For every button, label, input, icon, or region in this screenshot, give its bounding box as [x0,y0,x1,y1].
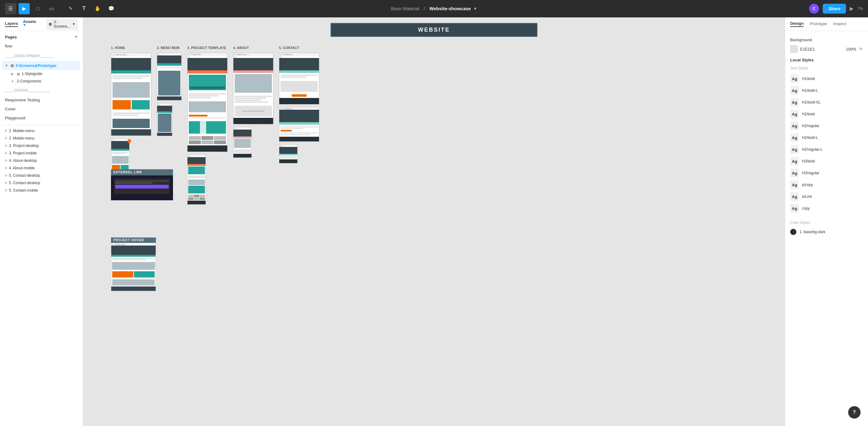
page-item-flow[interactable]: flow [2,41,80,51]
style-ag-preview: Ag [790,110,799,118]
frame-col-about: 4. ABOUT 4. About-des... 4. ... [233,45,273,205]
comment-tool[interactable]: 💬 [106,3,117,14]
frame-project-mobile[interactable]: 3. ... [187,154,206,205]
layer-label: 3. Project-mobile [9,151,37,155]
separator-text-design: _____DESIGN____________ [5,88,50,92]
page-item-playground[interactable]: Playground [2,114,80,122]
page-item-components[interactable]: ✦ 2-Components [2,78,80,85]
style-item-h2bold[interactable]: Ag H2/bold [790,108,863,120]
separator-text-dev: _____DEVELOPMENT_______ [5,54,54,58]
layer-mobile-menu-1[interactable]: # 2. Mobile-menu [2,127,80,134]
tab-inspect[interactable]: Inspect [833,21,846,27]
external-link-card[interactable]: EXTERNAL LINK [111,169,173,200]
help-button[interactable]: ? [848,406,861,419]
style-item-h2regular[interactable]: Ag H2/regular [790,120,863,132]
breadcrumb-separator: / [424,6,425,11]
toolbar-center: Base Material / Website-showcase ▼ [391,6,477,11]
add-page-button[interactable]: + [74,34,78,40]
background-color-value[interactable]: E1E1E1 [800,47,843,52]
frame-contact-mobile[interactable]: 5. ... [279,144,298,163]
frame-contact-desktop[interactable]: 5. Contact-d... 5. ... [279,53,319,104]
frame-sublabel: 3. Project-de... [188,53,227,56]
play-button[interactable]: ▶ [850,6,854,11]
style-item-h2bold-l[interactable]: Ag H2/bold-L [790,132,863,144]
style-ag-preview: Ag [790,169,799,177]
frame-section-label-about: 4. ABOUT [233,45,273,50]
style-ag-preview: Ag [790,74,799,83]
project-hover-card[interactable]: PROJECT HOVER 1. Home-des... [111,238,156,291]
frame-project-desktop[interactable]: 3. Project-de... 3. ... [187,53,227,152]
style-item-alink[interactable]: Ag a/Link [790,191,863,203]
style-item-h3bold[interactable]: Ag H3/bold [790,155,863,167]
pen-tool[interactable]: ✎ [65,3,76,14]
text-tool[interactable]: T [79,3,90,14]
toolbar-right: C Share ▶ 7% [809,4,863,13]
layer-about-mobile[interactable]: # 4. About-mobile [2,164,80,172]
frame-tool[interactable]: □ [32,3,43,14]
style-item-h1bold-xl[interactable]: Ag H1/bold-XL [790,96,863,108]
background-opacity-value[interactable]: 100% [846,47,856,52]
style-item-pcopy[interactable]: Ag p/copy [790,179,863,191]
file-name-chevron-icon[interactable]: ▼ [473,6,477,11]
rect-tool[interactable]: ▭ [46,3,57,14]
zoom-level[interactable]: 7% [857,6,863,11]
page-item-styleguide[interactable]: ▶ ▩ 1-Styleguide [2,70,80,78]
hash-icon: # [5,158,7,163]
frame-sublabel: 4. ... [234,127,251,130]
layer-project-mobile[interactable]: # 3. Project-mobile [2,149,80,157]
toolbar: ☰ ▶ □ ▭ ✎ T ✋ 💬 Base Material / Website-… [0,0,868,18]
layer-contact-mobile[interactable]: # 5. Contact-mobile [2,187,80,194]
pages-header: Pages + [0,31,83,41]
background-color-swatch[interactable] [790,45,798,53]
frame-sublabel2: 5. ... [279,56,319,58]
visibility-toggle-icon[interactable]: 👁 [859,47,863,52]
frame-home-desktop[interactable]: 1. Home-des... 1. ... [111,53,151,136]
tab-assets[interactable]: Assets [23,19,36,29]
frame-sublabel: 5. Contact-d... [279,53,319,56]
frame-menu-mobile[interactable]: 2. ... [157,103,173,136]
active-page-chip[interactable]: ▩ 3-Screens... ▼ [46,19,78,30]
tab-prototype[interactable]: Prototype [810,21,827,27]
color-swatch-bg-dark [790,229,796,235]
hash-icon: # [5,144,7,148]
help-icon: ? [853,409,856,415]
frame-about-desktop[interactable]: 4. About-des... 4. ... [233,53,273,124]
page-item-responsive[interactable]: Responsive Testing [2,95,80,104]
style-ag-preview: Ag [790,133,799,142]
frame-about-mobile[interactable]: 4. ... [233,127,252,158]
layer-contact-desktop-2[interactable]: # 5. Contact-desktop [2,179,80,187]
style-item-h1bold[interactable]: Ag H1/bold [790,73,863,85]
layers-section: # 2. Mobile-menu # 2. Mobile-menu # 3. P… [2,125,80,194]
style-item-h3regular[interactable]: Ag H3/regular [790,167,863,179]
local-styles-header: Local Styles [790,58,863,62]
frame-menu-desktop[interactable]: 2. ... [157,53,182,100]
layer-label: 4. About-mobile [9,166,35,170]
pointer-tool[interactable]: ▶ [19,3,30,14]
frame-contact-desktop-2[interactable]: 5. Contact-d... [279,107,319,142]
style-item-h1bold-l[interactable]: Ag H1/bold-L [790,85,863,96]
user-avatar[interactable]: C [809,4,819,13]
layer-about-desktop[interactable]: # 4. About-desktop [2,157,80,164]
page-item-3screens[interactable]: ▼ ▩ 3-Screens&Prototype [2,61,80,70]
tab-design[interactable]: Design [790,21,804,27]
layer-mobile-menu-2[interactable]: # 2. Mobile-menu [2,134,80,142]
style-name: copy [802,206,810,211]
tab-layers[interactable]: Layers [5,21,18,27]
style-item-copy[interactable]: Ag copy [790,203,863,214]
layer-label: 3. Project-desktop [9,144,39,148]
style-item-h2regular-l[interactable]: Ag H2/regular-L [790,144,863,155]
right-panel: Design Prototype Inspect Background E1E1… [785,18,868,426]
menu-button[interactable]: ☰ [5,3,16,14]
frame-sublabel2: 4. ... [234,56,273,58]
style-name: H2/bold [802,112,815,116]
layer-project-desktop[interactable]: # 3. Project-desktop [2,142,80,149]
color-style-item-bg-dark[interactable]: 1. base/bg-dark [790,227,863,237]
canvas-area[interactable]: WEBSITE 1. HOME 1. Home-des... 1. ... [83,18,785,426]
pages-list: flow _____DEVELOPMENT_______ ▼ ▩ 3-Scree… [0,41,83,426]
frame-sublabel: 4. About-des... [234,53,273,56]
frame-sublabel: 2. ... [157,53,181,56]
share-button[interactable]: Share [823,4,846,13]
hand-tool[interactable]: ✋ [92,3,103,14]
layer-contact-desktop-1[interactable]: # 5. Contact-desktop [2,172,80,179]
page-item-cover[interactable]: Cover [2,104,80,114]
